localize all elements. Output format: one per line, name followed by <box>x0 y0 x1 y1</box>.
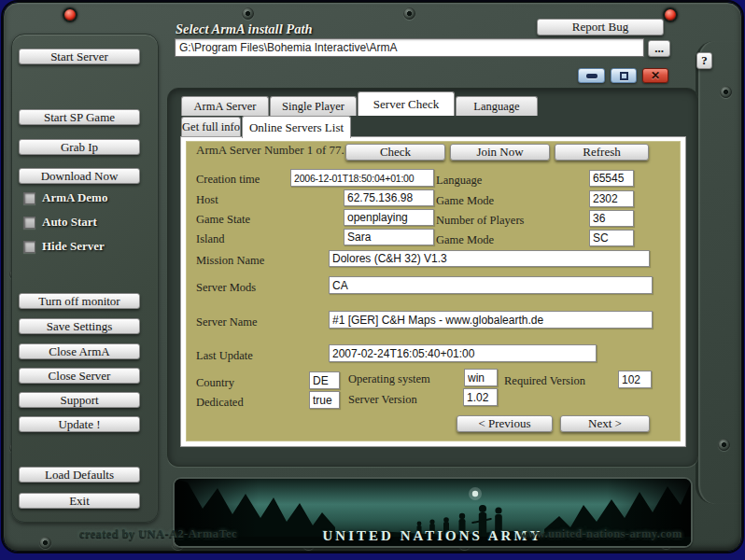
subtab-get-full-info[interactable]: Get full info <box>181 117 241 137</box>
mission-name-label: Mission Name <box>196 254 264 268</box>
hide-server-label: Hide Server <box>42 239 105 254</box>
install-path-input[interactable] <box>175 38 644 57</box>
start-server-button[interactable]: Start Server <box>19 49 140 64</box>
update-button[interactable]: Update ! <box>19 416 140 432</box>
arma-demo-label: ArmA Demo <box>42 190 107 205</box>
game-mode-input[interactable] <box>589 230 634 246</box>
screw-icon <box>39 537 51 549</box>
auto-start-checkbox-row[interactable]: Auto Start <box>23 215 97 230</box>
screw-icon <box>403 7 415 20</box>
maximize-button[interactable] <box>611 68 637 83</box>
led-light <box>663 7 678 22</box>
tab-server-check[interactable]: Server Check <box>358 91 455 116</box>
browse-button[interactable]: ... <box>648 40 670 57</box>
minimize-button[interactable] <box>578 68 605 83</box>
hide-server-checkbox-row[interactable]: Hide Server <box>23 239 105 254</box>
tab-language[interactable]: Language <box>456 96 538 116</box>
start-sp-game-button[interactable]: Start SP Game <box>19 109 140 125</box>
language-label: Language <box>436 174 482 188</box>
number-of-players-input[interactable] <box>589 210 634 227</box>
join-now-button[interactable]: Join Now <box>450 144 550 161</box>
website-text: www.united-nations-army.com <box>519 527 682 541</box>
host-label: Host <box>196 193 218 207</box>
operating-system-label: Operating system <box>348 372 430 386</box>
game-state-input[interactable] <box>344 209 434 226</box>
previous-button[interactable]: < Previous <box>457 415 553 432</box>
screw-icon <box>718 439 730 451</box>
close-server-button[interactable]: Close Server <box>19 368 140 384</box>
tab-arma-server[interactable]: ArmA Server <box>181 96 269 116</box>
last-update-label: Last Update <box>196 349 253 363</box>
support-button[interactable]: Support <box>19 392 140 408</box>
app-window: Select ArmA install Path Report Bug ... … <box>0 0 745 560</box>
server-version-input[interactable] <box>463 388 498 406</box>
sidebar-panel <box>11 34 159 523</box>
screw-icon <box>242 7 254 20</box>
island-input[interactable] <box>344 229 434 245</box>
mission-name-input[interactable] <box>329 250 650 267</box>
screw-icon <box>720 86 732 98</box>
host-input[interactable] <box>344 189 434 206</box>
game-mode-port-input[interactable] <box>589 190 634 207</box>
save-settings-button[interactable]: Save Settings <box>19 318 140 334</box>
hide-server-checkbox[interactable] <box>23 241 35 253</box>
game-mode-port-label: Game Mode <box>436 194 494 208</box>
turn-off-monitor-button[interactable]: Turn off monitor <box>19 293 140 309</box>
server-mods-label: Server Mods <box>196 281 256 295</box>
creation-time-label: Creation time <box>196 173 260 187</box>
check-button[interactable]: Check <box>345 144 445 161</box>
load-defaults-button[interactable]: Load Defaults <box>19 467 140 483</box>
created-by-text: created by UNA-A2-ArmaTec <box>79 527 237 541</box>
number-of-players-label: Number of Players <box>436 214 524 228</box>
subtab-online-servers-list[interactable]: Online Servers List <box>242 116 351 138</box>
maximize-icon <box>620 72 628 80</box>
language-input[interactable] <box>589 170 634 187</box>
game-mode-label: Game Mode <box>436 233 494 247</box>
refresh-button[interactable]: Refresh <box>555 144 649 161</box>
next-button[interactable]: Next > <box>560 415 650 432</box>
server-name-label: Server Name <box>196 315 258 329</box>
server-version-label: Server Version <box>348 393 417 407</box>
operating-system-input[interactable] <box>464 369 498 386</box>
dedicated-label: Dedicated <box>196 396 244 410</box>
grab-ip-button[interactable]: Grab Ip <box>19 139 140 155</box>
arma-demo-checkbox-row[interactable]: ArmA Demo <box>23 190 107 205</box>
required-version-input[interactable] <box>618 371 652 388</box>
download-now-button[interactable]: Download Now <box>19 168 140 184</box>
led-light <box>63 7 77 22</box>
close-icon: ✕ <box>651 69 660 82</box>
country-label: Country <box>196 376 234 390</box>
server-counter-text: ArmA Server Number 1 of 77. <box>196 143 344 158</box>
minimize-icon <box>586 74 597 78</box>
frame-groove <box>696 41 743 504</box>
game-state-label: Game State <box>196 213 250 227</box>
arma-demo-checkbox[interactable] <box>23 192 35 204</box>
auto-start-checkbox[interactable] <box>23 217 35 229</box>
server-mods-input[interactable] <box>329 276 653 294</box>
install-path-label: Select ArmA install Path <box>176 21 313 37</box>
auto-start-label: Auto Start <box>42 215 97 230</box>
creation-time-input[interactable] <box>290 169 434 187</box>
help-button[interactable]: ? <box>696 52 712 69</box>
close-button[interactable]: ✕ <box>642 68 668 83</box>
exit-button[interactable]: Exit <box>19 493 140 509</box>
required-version-label: Required Version <box>504 374 585 388</box>
server-name-input[interactable] <box>329 311 653 329</box>
country-input[interactable] <box>309 371 340 389</box>
tab-single-player[interactable]: Single Player <box>270 96 357 116</box>
close-arma-button[interactable]: Close ArmA <box>19 343 140 359</box>
island-label: Island <box>196 232 225 246</box>
report-bug-button[interactable]: Report Bug <box>537 19 664 35</box>
last-update-input[interactable] <box>329 344 597 362</box>
dedicated-input[interactable] <box>309 391 340 409</box>
